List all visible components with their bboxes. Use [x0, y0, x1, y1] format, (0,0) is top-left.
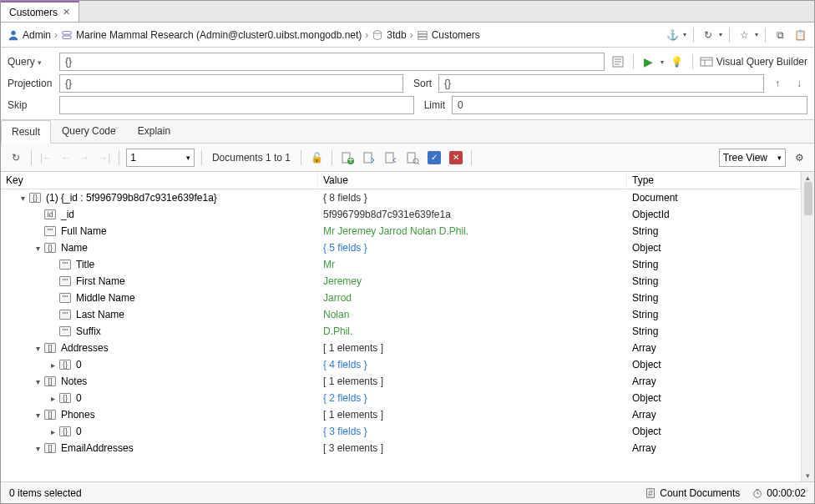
field-value[interactable]: { 2 fields } — [318, 390, 627, 406]
field-value[interactable]: Nolan — [318, 306, 627, 323]
crumb-user[interactable]: Admin — [23, 29, 51, 41]
field-value[interactable]: 5f996799b8d7c931e639fe1a — [318, 206, 627, 223]
toggle-icon[interactable]: ▾ — [33, 344, 43, 353]
chevron-down-icon[interactable]: ▾ — [38, 58, 42, 67]
toggle-icon[interactable]: ▸ — [48, 360, 58, 370]
discard-icon[interactable]: ✕ — [448, 149, 464, 166]
star-icon[interactable]: ☆ — [737, 28, 752, 43]
anchor-icon[interactable]: ⚓ — [665, 28, 680, 43]
field-value[interactable]: { 3 fields } — [318, 423, 627, 440]
result-toolbar: ↻ |← ← → →| 1 ▾ Documents 1 to 1 🔓 + ✓ ✕… — [1, 144, 814, 172]
sort-asc-icon[interactable]: ↑ — [769, 75, 786, 92]
refresh-dropdown-icon[interactable]: ↻ — [701, 28, 716, 43]
tree-row[interactable]: ▸{}0{ 3 fields }Object — [1, 423, 801, 440]
tree-row[interactable]: ▾[]Phones[ 1 elements ]Array — [1, 406, 801, 423]
dropdown-icon[interactable]: ▾ — [719, 31, 722, 38]
field-value[interactable]: [ 1 elements ] — [318, 373, 627, 390]
add-document-icon[interactable]: + — [339, 149, 356, 166]
tree-row[interactable]: ▾[]EmailAddresses[ 3 elements ]Array — [1, 440, 801, 456]
field-value[interactable]: Mr — [318, 256, 627, 273]
next-page-icon[interactable]: → — [78, 152, 91, 164]
copy-icon[interactable]: ⧉ — [772, 28, 787, 43]
result-tree[interactable]: Key Value Type ▾{}(1) {_id : 5f996799b8d… — [1, 172, 801, 481]
tree-row[interactable]: ""Last NameNolanString — [1, 306, 801, 323]
prev-page-icon[interactable]: ← — [59, 152, 73, 164]
count-documents-button[interactable]: # Count Documents — [645, 487, 740, 499]
field-key: Name — [61, 242, 88, 254]
run-dropdown-icon[interactable]: ▾ — [661, 58, 664, 66]
toggle-icon[interactable]: ▾ — [33, 444, 43, 453]
query-input[interactable] — [59, 53, 605, 71]
tab-explain[interactable]: Explain — [127, 119, 181, 143]
export-icon[interactable] — [382, 149, 399, 166]
tree-row[interactable]: ""TitleMrString — [1, 256, 801, 273]
tree-row[interactable]: ▸{}0{ 4 fields }Object — [1, 356, 801, 373]
sort-desc-icon[interactable]: ↓ — [791, 75, 807, 92]
tree-row[interactable]: ""SuffixD.Phil.String — [1, 323, 801, 340]
import-icon[interactable] — [361, 149, 377, 166]
page-select[interactable]: 1 ▾ — [126, 149, 195, 167]
tree-row[interactable]: ▾[]Addresses[ 1 elements ]Array — [1, 340, 801, 356]
crumb-connection[interactable]: Marine Mammal Research (Admin@cluster0.u… — [76, 29, 362, 41]
column-value[interactable]: Value — [318, 172, 627, 189]
visual-query-builder-button[interactable]: Visual Query Builder — [700, 55, 807, 68]
field-value[interactable]: { 5 fields } — [318, 239, 627, 256]
refresh-icon[interactable]: ↻ — [8, 149, 24, 166]
scroll-up-icon[interactable]: ▴ — [806, 174, 810, 182]
tree-row[interactable]: ▸{}0{ 2 fields }Object — [1, 390, 801, 406]
hint-icon[interactable]: 💡 — [669, 53, 686, 70]
tree-row[interactable]: ""First NameJeremeyString — [1, 273, 801, 290]
limit-input[interactable] — [452, 96, 807, 114]
tree-row[interactable]: ""Middle NameJarrodString — [1, 290, 801, 306]
toggle-icon[interactable]: ▾ — [33, 377, 43, 386]
tree-row[interactable]: ▾{}Name{ 5 fields }Object — [1, 239, 801, 256]
field-value[interactable]: Mr Jeremey Jarrod Nolan D.Phil. — [318, 223, 627, 239]
field-value[interactable]: Jarrod — [318, 290, 627, 306]
field-value[interactable]: D.Phil. — [318, 323, 627, 340]
crumb-database[interactable]: 3tdb — [387, 29, 406, 41]
scrollbar-thumb[interactable] — [804, 182, 812, 215]
first-page-icon[interactable]: |← — [38, 152, 54, 164]
toggle-icon[interactable]: ▸ — [48, 427, 58, 436]
field-value[interactable]: { 8 fields } — [318, 189, 627, 206]
lock-icon[interactable]: 🔓 — [308, 149, 325, 166]
tab-query-code[interactable]: Query Code — [51, 119, 127, 143]
vertical-scrollbar[interactable]: ▴ ▾ — [801, 172, 814, 481]
tree-row[interactable]: ▾[]Notes[ 1 elements ]Array — [1, 373, 801, 390]
field-value[interactable]: [ 1 elements ] — [318, 340, 627, 356]
toggle-icon[interactable]: ▾ — [18, 194, 28, 203]
tree-row[interactable]: id_id5f996799b8d7c931e639fe1aObjectId — [1, 206, 801, 223]
column-type[interactable]: Type — [627, 172, 801, 189]
last-page-icon[interactable]: →| — [96, 152, 112, 164]
paste-icon[interactable]: 📋 — [792, 28, 807, 43]
column-key[interactable]: Key — [1, 172, 318, 189]
field-value[interactable]: { 4 fields } — [318, 356, 627, 373]
tab-result[interactable]: Result — [1, 120, 51, 144]
apply-icon[interactable]: ✓ — [426, 149, 443, 166]
svg-rect-1 — [63, 31, 72, 34]
toggle-icon[interactable]: ▸ — [48, 394, 58, 403]
field-value[interactable]: [ 3 elements ] — [318, 440, 627, 456]
sort-input[interactable] — [438, 74, 764, 93]
user-icon — [8, 29, 19, 41]
gear-icon[interactable]: ⚙ — [791, 149, 807, 166]
close-icon[interactable]: ✕ — [63, 7, 70, 18]
tree-row[interactable]: ""Full NameMr Jeremey Jarrod Nolan D.Phi… — [1, 223, 801, 239]
field-value[interactable]: [ 1 elements ] — [318, 406, 627, 423]
field-value[interactable]: Jeremey — [318, 273, 627, 290]
dropdown-icon[interactable]: ▾ — [755, 31, 758, 38]
crumb-collection[interactable]: Customers — [432, 29, 480, 41]
query-options-icon[interactable] — [610, 53, 626, 70]
tab-customers[interactable]: Customers ✕ — [1, 1, 79, 22]
skip-input[interactable] — [59, 96, 414, 114]
dropdown-icon[interactable]: ▾ — [683, 31, 686, 38]
run-button[interactable]: ▶ — [640, 53, 657, 70]
server-icon — [61, 29, 73, 41]
toggle-icon[interactable]: ▾ — [33, 244, 43, 253]
toggle-icon[interactable]: ▾ — [33, 411, 43, 420]
tree-row[interactable]: ▾{}(1) {_id : 5f996799b8d7c931e639fe1a}{… — [1, 189, 801, 206]
view-mode-select[interactable]: Tree View ▾ — [719, 149, 786, 167]
view-document-icon[interactable] — [404, 149, 421, 166]
projection-input[interactable] — [59, 74, 403, 93]
scroll-down-icon[interactable]: ▾ — [806, 471, 810, 480]
